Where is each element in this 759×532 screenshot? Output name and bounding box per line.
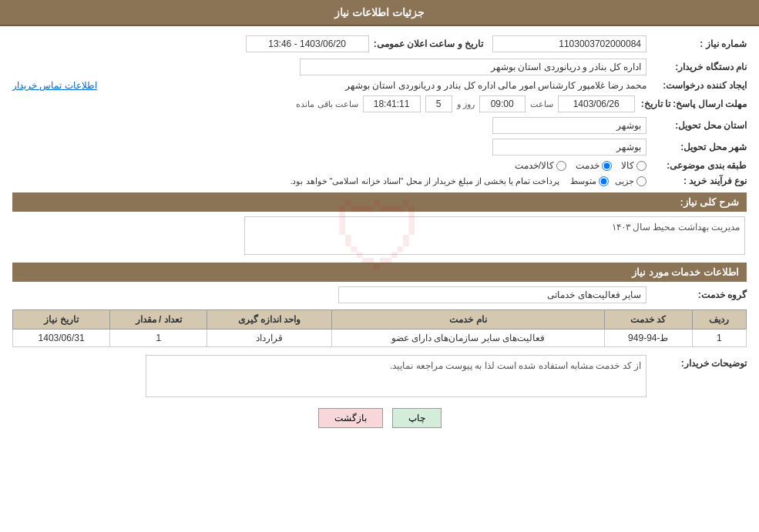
col-row-num: ردیف: [692, 310, 746, 330]
process-part-item: جزیی: [615, 176, 646, 186]
province-value: بوشهر: [492, 117, 646, 134]
services-section: اطلاعات خدمات مورد نیاز: [12, 263, 747, 282]
cell-service-code: ط-94-949: [605, 330, 693, 347]
process-part-label: جزیی: [615, 176, 634, 186]
col-service-name: نام خدمت: [331, 310, 604, 330]
buyer-org-value: اداره کل بنادر و دریانوردی استان بوشهر: [300, 59, 646, 75]
buyer-org-label: نام دستگاه خریدار:: [646, 62, 747, 72]
city-label: شهر محل تحویل:: [646, 142, 747, 152]
col-service-code: کد خدمت: [605, 310, 693, 330]
services-table-body: 1 ط-94-949 فعالیت‌های سایر سازمان‌های دا…: [13, 330, 747, 347]
need-number-label: شماره نیاز :: [646, 38, 747, 49]
need-number-row: شماره نیاز : 1103003702000084 تاریخ و سا…: [12, 35, 747, 52]
services-info-label: اطلاعات خدمات مورد نیاز: [632, 266, 739, 278]
page-header: جزئیات اطلاعات نیاز: [0, 0, 759, 26]
need-number-value: 1103003702000084: [492, 35, 646, 52]
col-quantity: تعداد / مقدار: [110, 310, 207, 330]
cell-service-name: فعالیت‌های سایر سازمان‌های دارای عضو: [331, 330, 604, 347]
province-row: استان محل تحویل: بوشهر: [12, 117, 747, 134]
bottom-buttons: چاپ بازگشت: [12, 408, 747, 428]
remaining-time-value: 18:41:11: [363, 95, 421, 112]
general-description-container: مدیریت بهداشت محیط سال ۱۴۰۳: [12, 216, 747, 255]
cell-date: 1403/06/31: [13, 330, 110, 347]
remaining-time-label: ساعت باقی مانده: [296, 99, 358, 109]
category-goods-service-label: کالا/خدمت: [515, 160, 554, 171]
buyer-notes-label: توضیحات خریدار:: [646, 355, 747, 369]
reply-time-value: 09:00: [479, 95, 526, 112]
process-part-radio[interactable]: [636, 176, 646, 186]
contact-info-link[interactable]: اطلاعات تماس خریدار: [12, 80, 97, 91]
process-medium-item: متوسط: [570, 176, 609, 186]
announce-date-value: 1403/06/20 - 13:46: [246, 35, 369, 52]
category-row: طبقه بندی موضوعی: کالا خدمت کالا/خدمت: [12, 160, 747, 171]
category-radio-group: کالا خدمت کالا/خدمت: [515, 160, 646, 171]
reply-deadline-row: مهلت ارسال پاسخ: تا تاریخ: 1403/06/26 سا…: [12, 95, 747, 112]
reply-days-value: 5: [425, 95, 452, 112]
print-button[interactable]: چاپ: [392, 408, 442, 428]
process-options: جزیی متوسط پرداخت تمام یا بخشی از مبلغ خ…: [290, 176, 646, 186]
creator-label: ایجاد کننده درخواست:: [646, 80, 747, 91]
general-description-value: مدیریت بهداشت محیط سال ۱۴۰۳: [244, 216, 745, 255]
category-label: طبقه بندی موضوعی:: [646, 160, 747, 171]
general-description-label: شرح کلی نیاز:: [680, 196, 739, 208]
province-label: استان محل تحویل:: [646, 120, 747, 131]
services-table: ردیف کد خدمت نام خدمت واحد اندازه گیری ت…: [12, 309, 747, 347]
creator-row: ایجاد کننده درخواست: محمد رضا غلامپور کا…: [12, 80, 747, 91]
process-medium-radio[interactable]: [599, 176, 609, 186]
col-date: تاریخ نیاز: [13, 310, 110, 330]
reply-days-label: روز و: [457, 99, 475, 109]
col-unit: واحد اندازه گیری: [207, 310, 332, 330]
buyer-org-row: نام دستگاه خریدار: اداره کل بنادر و دریا…: [12, 59, 747, 75]
buyer-notes-row: توضیحات خریدار: از کد خدمت مشابه استفاده…: [12, 355, 747, 397]
buyer-notes-value: از کد خدمت مشابه استفاده شده است لذا به …: [146, 355, 646, 397]
back-button[interactable]: بازگشت: [318, 408, 383, 428]
reply-time-label: ساعت: [530, 99, 553, 109]
reply-deadline-label: مهلت ارسال پاسخ: تا تاریخ:: [635, 99, 747, 109]
cell-unit: قرارداد: [207, 330, 332, 347]
creator-value: محمد رضا غلامپور کارشناس امور مالی اداره…: [103, 80, 646, 91]
process-row: نوع فرآیند خرید : جزیی متوسط پرداخت تمام…: [12, 176, 747, 186]
service-group-row: گروه خدمت: سایر فعالیت‌های خدماتی: [12, 286, 747, 303]
category-service-item: خدمت: [576, 160, 612, 171]
category-service-label: خدمت: [576, 160, 599, 171]
process-type-label: نوع فرآیند خرید :: [646, 176, 747, 186]
service-group-label: گروه خدمت:: [646, 289, 747, 300]
category-goods-item: کالا: [621, 160, 646, 171]
process-medium-label: متوسط: [570, 176, 596, 186]
cell-row-num: 1: [692, 330, 746, 347]
services-table-header: ردیف کد خدمت نام خدمت واحد اندازه گیری ت…: [13, 310, 747, 330]
general-description-section: شرح کلی نیاز:: [12, 192, 747, 212]
cell-quantity: 1: [110, 330, 207, 347]
service-group-value: سایر فعالیت‌های خدماتی: [338, 286, 646, 303]
city-row: شهر محل تحویل: بوشهر: [12, 139, 747, 156]
category-goods-label: کالا: [621, 160, 634, 171]
category-goods-service-item: کالا/خدمت: [515, 160, 566, 171]
category-goods-service-radio[interactable]: [556, 161, 566, 171]
reply-date-value: 1403/06/26: [558, 95, 635, 112]
announce-date-label: تاریخ و ساعت اعلان عمومی:: [374, 38, 483, 49]
table-row: 1 ط-94-949 فعالیت‌های سایر سازمان‌های دا…: [13, 330, 747, 347]
city-value: بوشهر: [492, 139, 646, 156]
category-goods-radio[interactable]: [636, 161, 646, 171]
process-note: پرداخت تمام یا بخشی از مبلغ خریدار از مح…: [290, 176, 559, 186]
category-service-radio[interactable]: [602, 161, 612, 171]
page-title: جزئیات اطلاعات نیاز: [334, 6, 425, 18]
